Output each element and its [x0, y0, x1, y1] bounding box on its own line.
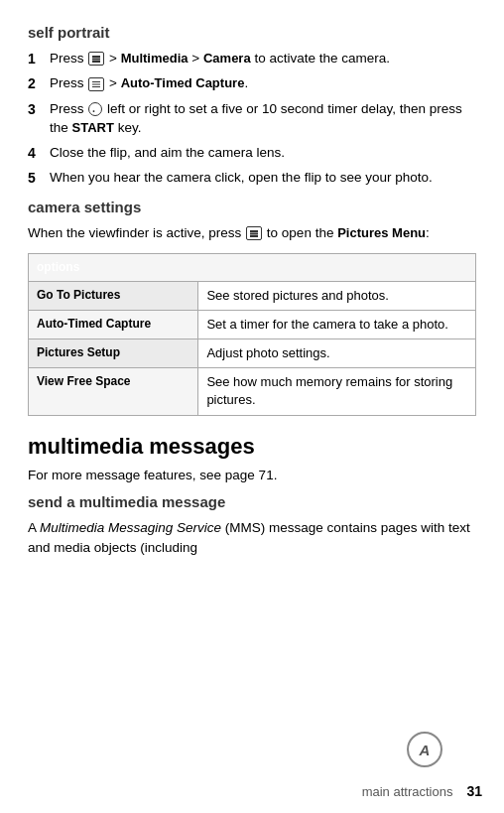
- page-content: self portrait 1 Press > Multimedia > Cam…: [0, 0, 504, 625]
- dpad-icon: [88, 102, 102, 116]
- step-text-4: Close the flip, and aim the camera lens.: [50, 143, 476, 163]
- step-text-3: Press left or right to set a five or 10 …: [50, 99, 476, 138]
- desc-pictures-setup: Adjust photo settings.: [198, 339, 476, 368]
- section-multimedia-messages: multimedia messages For more message fea…: [28, 434, 476, 485]
- start-label: START: [72, 120, 114, 135]
- desc-auto-timed: Set a timer for the camera to take a pho…: [198, 310, 476, 339]
- section-camera-settings: camera settings When the viewfinder is a…: [28, 199, 476, 416]
- option-view-free-space: View Free Space: [29, 368, 198, 415]
- menu-icon-1: [88, 52, 104, 66]
- menu-icon-2: [88, 77, 104, 91]
- self-portrait-steps: 1 Press > Multimedia > Camera to activat…: [28, 49, 476, 189]
- multimedia-messages-intro: For more message features, see page 71.: [28, 466, 476, 485]
- footer-accessibility-icon: A: [407, 732, 442, 767]
- step-number-5: 5: [28, 168, 50, 188]
- table-row: View Free Space See how much memory rema…: [29, 368, 476, 415]
- table-header-row: options: [29, 253, 476, 281]
- send-multimedia-intro: A Multimedia Messaging Service (MMS) mes…: [28, 518, 476, 559]
- self-portrait-heading: self portrait: [28, 24, 476, 41]
- multimedia-label: Multimedia: [121, 51, 189, 66]
- auto-timed-label: Auto-Timed Capture: [121, 75, 245, 90]
- footer-section-label: main attractions: [362, 784, 453, 799]
- footer-page-number: 31: [466, 783, 482, 799]
- footer-icon-label: A: [420, 742, 431, 758]
- step-text-5: When you hear the camera click, open the…: [50, 168, 476, 188]
- table-header: options: [29, 253, 476, 281]
- step-number-1: 1: [28, 49, 50, 68]
- step-number-4: 4: [28, 143, 50, 163]
- step-text-1: Press > Multimedia > Camera to activate …: [50, 49, 476, 68]
- option-pictures-setup: Pictures Setup: [29, 339, 198, 368]
- multimedia-messages-heading: multimedia messages: [28, 434, 476, 460]
- camera-settings-heading: camera settings: [28, 199, 476, 215]
- step-2: 2 Press > Auto-Timed Capture.: [28, 73, 476, 93]
- step-3: 3 Press left or right to set a five or 1…: [28, 99, 476, 138]
- camera-label: Camera: [203, 51, 251, 66]
- page-footer: A main attractions 31: [0, 783, 504, 799]
- step-number-3: 3: [28, 99, 50, 138]
- desc-view-free-space: See how much memory remains for storing …: [198, 368, 476, 415]
- desc-go-to-pictures: See stored pictures and photos.: [198, 281, 476, 310]
- step-4: 4 Close the flip, and aim the camera len…: [28, 143, 476, 163]
- step-text-2: Press > Auto-Timed Capture.: [50, 73, 476, 93]
- section-send-multimedia: send a multimedia message A Multimedia M…: [28, 493, 476, 559]
- step-1: 1 Press > Multimedia > Camera to activat…: [28, 49, 476, 68]
- option-go-to-pictures: Go To Pictures: [29, 281, 198, 310]
- table-row: Auto-Timed Capture Set a timer for the c…: [29, 310, 476, 339]
- options-table: options Go To Pictures See stored pictur…: [28, 253, 476, 416]
- menu-icon-3: [246, 226, 262, 240]
- step-5: 5 When you hear the camera click, open t…: [28, 168, 476, 188]
- camera-settings-intro: When the viewfinder is active, press to …: [28, 223, 476, 243]
- mms-italic: Multimedia Messaging Service: [40, 520, 221, 535]
- pictures-menu-label: Pictures Menu: [337, 225, 426, 240]
- send-multimedia-heading: send a multimedia message: [28, 493, 476, 510]
- table-row: Pictures Setup Adjust photo settings.: [29, 339, 476, 368]
- section-self-portrait: self portrait 1 Press > Multimedia > Cam…: [28, 24, 476, 189]
- option-auto-timed: Auto-Timed Capture: [29, 310, 198, 339]
- table-row: Go To Pictures See stored pictures and p…: [29, 281, 476, 310]
- step-number-2: 2: [28, 73, 50, 93]
